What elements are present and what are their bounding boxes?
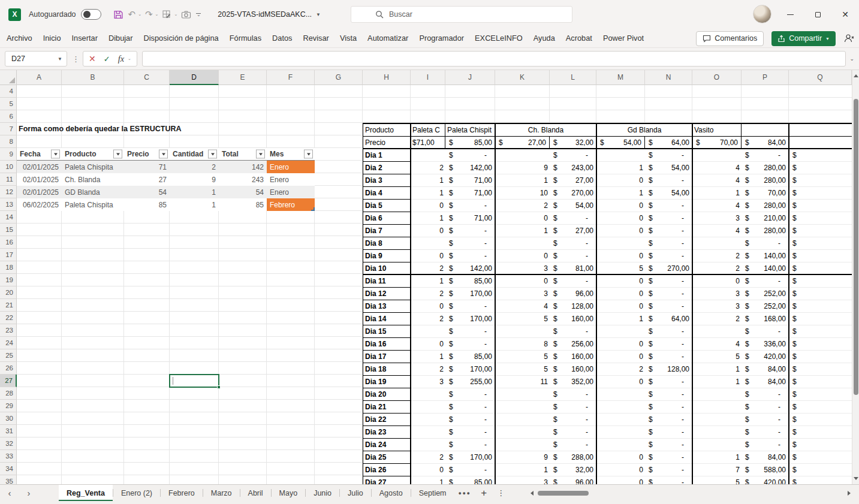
amount-cell[interactable]: $ [789, 426, 852, 439]
quantity-cell[interactable]: 0 [495, 212, 550, 225]
amount-cell[interactable]: $- [550, 426, 596, 439]
day-label[interactable]: Dia 3 [363, 174, 411, 187]
ribbon-tab-datos[interactable]: Datos [267, 29, 297, 47]
amount-cell[interactable]: $71,00 [445, 187, 495, 200]
scroll-up-icon[interactable] [854, 74, 858, 77]
quantity-cell[interactable]: 4 [692, 225, 742, 237]
quantity-cell[interactable]: 4 [692, 338, 742, 351]
amount-cell[interactable]: $27,00 [550, 225, 596, 237]
quantity-cell[interactable] [692, 439, 742, 451]
row-header-28[interactable]: 28 [0, 387, 17, 400]
quantity-cell[interactable]: 3 [495, 476, 550, 484]
fill-handle[interactable] [217, 385, 221, 389]
amount-cell[interactable]: $- [445, 250, 495, 262]
scroll-down-icon[interactable] [854, 477, 858, 480]
quantity-cell[interactable]: 1 [596, 162, 645, 174]
product-header-paleta-chispit[interactable]: Paleta Chispit [445, 124, 495, 137]
scroll-left-icon[interactable] [531, 491, 534, 496]
sheet-tab-abril[interactable]: Abril [240, 485, 271, 501]
row-header-17[interactable]: 17 [0, 249, 17, 261]
row-header-23[interactable]: 23 [0, 324, 17, 337]
quantity-cell[interactable]: 0 [596, 288, 645, 300]
insert-function-icon[interactable]: fx [118, 54, 124, 64]
name-box-dropdown-icon[interactable]: ▼ [58, 56, 62, 62]
column-header-M[interactable]: M [596, 70, 645, 85]
day-label[interactable]: Dia 23 [363, 426, 411, 439]
amount-cell[interactable]: $84,00 [742, 376, 789, 388]
selected-cell-d27[interactable] [169, 374, 219, 388]
quantity-cell[interactable]: 1 [692, 376, 742, 388]
quantity-cell[interactable] [411, 401, 445, 414]
amount-cell[interactable]: $71,00 [445, 212, 495, 225]
quantity-cell[interactable] [495, 401, 550, 414]
quantity-cell[interactable]: 5 [596, 262, 645, 275]
amount-cell[interactable]: $ [789, 187, 852, 200]
ribbon-tab-dibujar[interactable]: Dibujar [103, 29, 138, 47]
cell[interactable]: 54 [219, 186, 267, 198]
horizontal-scrollbar[interactable] [531, 490, 851, 497]
amount-cell[interactable]: $ [789, 250, 852, 262]
corner-label[interactable]: Producto [363, 124, 411, 137]
product-header-vasito[interactable]: Vasito [692, 124, 742, 137]
price-cell[interactable]: $71,00 [411, 137, 445, 149]
hscroll-thumb[interactable] [538, 491, 589, 496]
row-header-24[interactable]: 24 [0, 337, 17, 349]
amount-cell[interactable]: $- [645, 250, 692, 262]
amount-cell[interactable]: $- [645, 388, 692, 401]
amount-cell[interactable]: $140,00 [742, 262, 789, 275]
row-header-33[interactable]: 33 [0, 450, 17, 463]
sheet-tab-agosto[interactable]: Agosto [372, 485, 411, 501]
amount-cell[interactable]: $- [550, 414, 596, 426]
redo-button[interactable]: ↷ [143, 7, 155, 22]
amount-cell[interactable]: $170,00 [445, 363, 495, 376]
table-resize-handle[interactable] [311, 207, 315, 211]
quantity-cell[interactable] [411, 325, 445, 338]
share-button[interactable]: Compartir ▼ [771, 31, 836, 46]
quantity-cell[interactable]: 1 [495, 464, 550, 476]
vertical-scrollbar[interactable] [852, 70, 859, 484]
amount-cell[interactable]: $352,00 [550, 376, 596, 388]
quantity-cell[interactable]: 5 [495, 313, 550, 325]
autosave-toggle[interactable] [81, 9, 101, 20]
amount-cell[interactable]: $- [645, 275, 692, 288]
amount-cell[interactable]: $- [550, 325, 596, 338]
amount-cell[interactable]: $- [445, 200, 495, 212]
ribbon-tab-acrobat[interactable]: Acrobat [560, 29, 598, 47]
amount-cell[interactable]: $- [645, 174, 692, 187]
quantity-cell[interactable]: 7 [692, 464, 742, 476]
close-button[interactable]: ✕ [831, 0, 859, 29]
amount-cell[interactable]: $54,00 [645, 187, 692, 200]
product-header-paleta-c[interactable]: Paleta C [411, 124, 445, 137]
amount-cell[interactable]: $- [742, 401, 789, 414]
quantity-cell[interactable] [411, 414, 445, 426]
quantity-cell[interactable]: 3 [495, 288, 550, 300]
amount-cell[interactable]: $- [645, 401, 692, 414]
day-label[interactable]: Dia 4 [363, 187, 411, 200]
amount-cell[interactable]: $- [550, 275, 596, 288]
day-label[interactable]: Dia 1 [363, 149, 411, 162]
quantity-cell[interactable] [596, 388, 645, 401]
row-header-15[interactable]: 15 [0, 224, 17, 236]
quantity-cell[interactable]: 1 [596, 187, 645, 200]
amount-cell[interactable]: $ [789, 388, 852, 401]
amount-cell[interactable]: $ [789, 212, 852, 225]
quantity-cell[interactable]: 2 [411, 313, 445, 325]
quantity-cell[interactable]: 0 [596, 338, 645, 351]
amount-cell[interactable]: $84,00 [742, 451, 789, 464]
amount-cell[interactable]: $54,00 [645, 162, 692, 174]
amount-cell[interactable]: $- [445, 464, 495, 476]
quantity-cell[interactable]: 2 [411, 451, 445, 464]
quantity-cell[interactable]: 2 [411, 363, 445, 376]
amount-cell[interactable]: $ [789, 262, 852, 275]
day-label[interactable]: Dia 15 [363, 325, 411, 338]
amount-cell[interactable]: $280,00 [742, 200, 789, 212]
amount-cell[interactable]: $ [789, 275, 852, 288]
quantity-cell[interactable]: 0 [692, 275, 742, 288]
day-label[interactable]: Dia 16 [363, 338, 411, 351]
quantity-cell[interactable]: 0 [495, 275, 550, 288]
header-fecha[interactable]: Fecha [17, 148, 62, 160]
quantity-cell[interactable]: 2 [411, 262, 445, 275]
minimize-button[interactable] [776, 0, 804, 29]
amount-cell[interactable]: $- [645, 149, 692, 162]
ribbon-tab-disposici-n-de-p-gina[interactable]: Disposición de página [138, 29, 224, 47]
